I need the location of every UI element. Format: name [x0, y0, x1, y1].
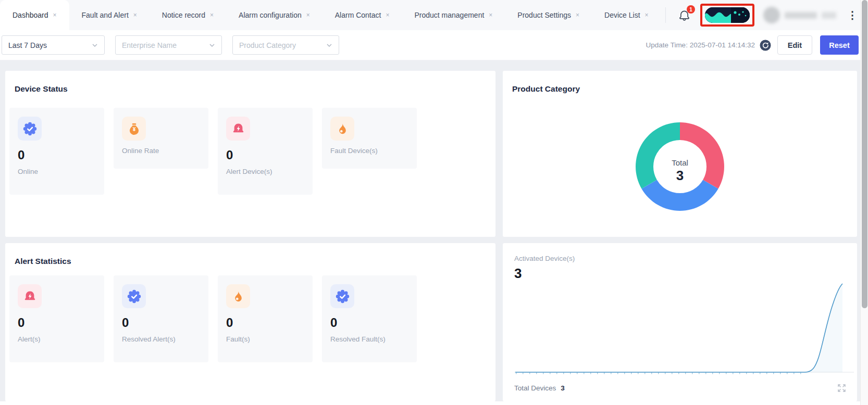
divider — [665, 7, 666, 23]
time-range-value: Last 7 Days — [8, 41, 47, 49]
badge-check-icon — [330, 284, 354, 308]
tab-label: Fault and Alert — [82, 11, 129, 19]
donut-chart: Total 3 — [503, 115, 857, 219]
tab-alarm-contact[interactable]: Alarm Contact × — [323, 0, 402, 30]
chevron-down-icon — [92, 42, 98, 48]
stat-label: Resolved Alert(s) — [122, 335, 200, 343]
enterprise-placeholder: Enterprise Name — [122, 41, 177, 49]
stat-value: 0 — [18, 315, 96, 330]
donut-segment-red[interactable] — [680, 122, 724, 189]
stat-label: Alert Device(s) — [226, 168, 304, 175]
alert-statistics-panel: Alert Statistics 0 Alert(s) — [5, 243, 495, 401]
edit-button[interactable]: Edit — [777, 35, 812, 55]
svg-text:¥: ¥ — [132, 126, 135, 132]
bottom-strip — [0, 401, 860, 405]
panel-title: Device Status — [5, 71, 495, 94]
expand-icon[interactable] — [837, 383, 847, 393]
scrollbar-thumb[interactable] — [862, 0, 867, 308]
tab-label: Product management — [414, 11, 484, 19]
device-status-panel: Device Status 0 Online ¥ — [5, 71, 495, 237]
panel-title: Alert Statistics — [5, 243, 495, 266]
user-account-redacted[interactable] — [763, 7, 836, 23]
total-devices-line-chart — [514, 281, 854, 374]
stat-value: 0 — [226, 315, 304, 330]
notification-bell-button[interactable]: 1 — [677, 8, 691, 22]
close-icon[interactable]: × — [133, 11, 137, 19]
app-logo — [705, 7, 750, 23]
stat-label: Online — [18, 168, 96, 175]
chart-footer: Total Devices 3 — [514, 383, 847, 393]
donut-segment-teal[interactable] — [636, 122, 680, 189]
stat-value: 0 — [122, 315, 200, 330]
close-icon[interactable]: × — [386, 11, 389, 19]
avatar — [763, 7, 780, 23]
activated-devices-value: 3 — [503, 262, 857, 282]
stat-card-online: 0 Online — [9, 108, 104, 195]
update-time-text: Update Time: 2025-07-01 14:14:32 — [646, 41, 755, 49]
donut-segment-blue[interactable] — [641, 180, 718, 211]
tab-label: Notice record — [162, 11, 205, 19]
total-devices-value: 3 — [561, 384, 565, 392]
flame-icon — [330, 117, 354, 141]
close-icon[interactable]: × — [210, 11, 214, 19]
filter-bar: Last 7 Days Enterprise Name Product Cate… — [0, 30, 868, 60]
close-icon[interactable]: × — [645, 11, 649, 19]
stat-value: 0 — [226, 148, 304, 162]
tab-label: Alarm Contact — [335, 11, 381, 19]
donut-center-value: 3 — [676, 168, 684, 183]
tab-dashboard[interactable]: Dashboard × — [0, 0, 69, 30]
stat-value: 0 — [330, 315, 408, 330]
dashboard-content: Device Status 0 Online ¥ — [0, 60, 868, 405]
close-icon[interactable]: × — [53, 11, 57, 19]
close-icon[interactable]: × — [489, 11, 492, 19]
notification-badge: 1 — [687, 5, 695, 14]
product-category-select[interactable]: Product Category — [232, 35, 339, 55]
stat-card-resolved-faults: 0 Resolved Fault(s) — [322, 275, 417, 362]
stat-value: 0 — [18, 148, 96, 162]
kebab-menu-icon[interactable]: ⋮ — [845, 10, 860, 20]
reset-button[interactable]: Reset — [820, 35, 859, 55]
total-devices-label: Total Devices — [514, 384, 556, 392]
vertical-scrollbar[interactable] — [860, 0, 868, 405]
product-category-panel: Product Category Total 3 — [503, 71, 857, 237]
username-redacted — [822, 12, 836, 19]
header-actions: 1 ⋮ — [665, 0, 868, 30]
time-range-select[interactable]: Last 7 Days — [2, 35, 105, 55]
tab-label: Dashboard — [13, 11, 48, 19]
alert-bell-icon — [226, 117, 250, 141]
stat-card-fault-devices: Fault Device(s) — [322, 108, 417, 169]
panel-title: Product Category — [503, 71, 857, 94]
stat-label: Fault Device(s) — [330, 147, 408, 155]
tab-alarm-configuration[interactable]: Alarm configuration × — [226, 0, 323, 30]
logo-wave-icon — [705, 7, 750, 23]
stat-label: Resolved Fault(s) — [330, 335, 408, 343]
refresh-icon[interactable] — [760, 40, 771, 51]
chevron-down-icon — [209, 42, 215, 48]
category-placeholder: Product Category — [239, 41, 296, 49]
tab-label: Alarm configuration — [239, 11, 302, 19]
stat-card-faults: 0 Fault(s) — [218, 275, 313, 362]
stat-label: Online Rate — [122, 147, 200, 155]
tab-product-settings[interactable]: Product Settings × — [505, 0, 592, 30]
tab-device-detail-truncated[interactable]: Device Deta — [661, 0, 665, 30]
tab-device-list[interactable]: Device List × — [592, 0, 661, 30]
red-highlight-annotation — [700, 4, 754, 27]
tab-label: Device List — [604, 11, 640, 19]
chevron-down-icon — [326, 42, 332, 48]
tab-label: Product Settings — [517, 11, 571, 19]
stat-card-online-rate: ¥ Online Rate — [114, 108, 208, 169]
close-icon[interactable]: × — [576, 11, 579, 19]
donut-center-label: Total — [672, 158, 688, 167]
username-redacted — [785, 12, 817, 19]
stat-card-resolved-alerts: 0 Resolved Alert(s) — [114, 275, 208, 362]
close-icon[interactable]: × — [306, 11, 310, 19]
tab-fault-and-alert[interactable]: Fault and Alert × — [69, 0, 150, 30]
badge-check-icon — [122, 284, 146, 308]
activated-devices-label: Activated Device(s) — [503, 243, 857, 262]
enterprise-name-select[interactable]: Enterprise Name — [115, 35, 222, 55]
flame-icon — [226, 284, 250, 308]
stat-label: Fault(s) — [226, 335, 304, 343]
tab-product-management[interactable]: Product management × — [402, 0, 505, 30]
money-bag-icon: ¥ — [122, 117, 146, 141]
tab-notice-record[interactable]: Notice record × — [150, 0, 226, 30]
